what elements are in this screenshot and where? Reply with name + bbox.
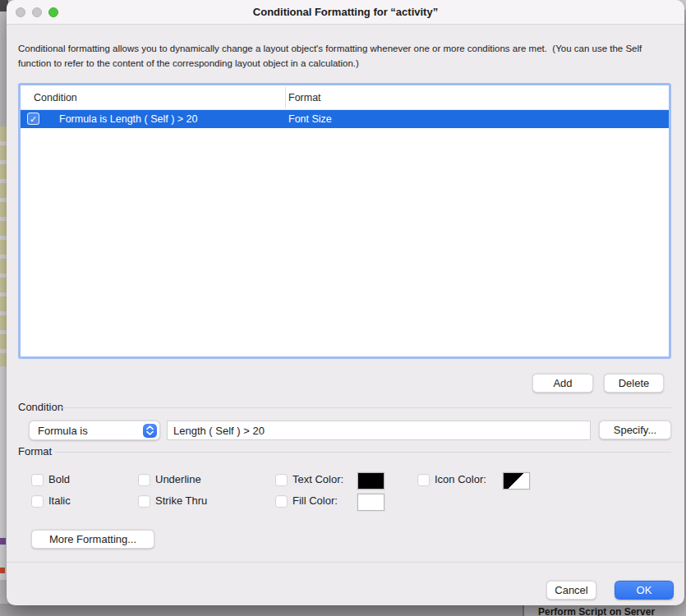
condition-operator-popup[interactable]: Formula is [29, 421, 160, 440]
conditions-table[interactable]: Condition Format ✓ Formula is Length ( S… [18, 83, 671, 359]
condition-section-label: Condition [18, 401, 63, 413]
strike-thru-checkbox[interactable] [138, 495, 150, 508]
italic-label: Italic [48, 494, 71, 507]
ok-button[interactable]: OK [615, 581, 674, 600]
format-section-label: Format [18, 445, 52, 457]
conditional-formatting-dialog: Conditional Formatting for “activity” Co… [7, 0, 684, 605]
column-header-format[interactable]: Format [288, 92, 321, 103]
popup-selected-value: Formula is [30, 425, 143, 437]
dialog-description: Conditional formatting allows you to dyn… [18, 41, 657, 71]
text-color-label: Text Color: [292, 473, 343, 485]
icon-color-checkbox[interactable] [417, 474, 430, 486]
fill-color-checkbox[interactable] [275, 495, 288, 508]
background-window-bottom-sliver: Perform Script on Server [0, 604, 686, 616]
specify-button[interactable]: Specify... [599, 421, 671, 439]
strike-thru-label: Strike Thru [155, 494, 207, 507]
formula-input[interactable] [167, 421, 591, 440]
background-script-step-label: Perform Script on Server [538, 606, 655, 616]
background-text-fragment [0, 538, 6, 545]
column-header-condition[interactable]: Condition [34, 92, 77, 103]
underline-checkbox[interactable] [138, 474, 150, 486]
background-text-fragment [0, 568, 5, 573]
row-enabled-checkbox[interactable]: ✓ [27, 113, 39, 125]
add-button[interactable]: Add [532, 374, 593, 393]
italic-checkbox[interactable] [31, 495, 44, 508]
fill-color-label: Fill Color: [292, 494, 338, 507]
background-panel-divider [523, 604, 524, 616]
delete-button[interactable]: Delete [604, 374, 664, 393]
window-title: Conditional Formatting for “activity” [7, 6, 684, 18]
text-color-checkbox[interactable] [275, 474, 288, 486]
footer-divider [7, 562, 684, 563]
table-row[interactable]: ✓ Formula is Length ( Self ) > 20 Font S… [21, 110, 669, 128]
cancel-button[interactable]: Cancel [546, 581, 596, 600]
underline-label: Underline [155, 473, 201, 485]
icon-color-label: Icon Color: [435, 473, 486, 485]
section-divider [54, 452, 671, 453]
bold-checkbox[interactable] [31, 474, 44, 486]
more-formatting-button[interactable]: More Formatting... [31, 530, 154, 549]
section-divider [61, 407, 671, 408]
icon-color-swatch[interactable] [503, 472, 530, 490]
title-bar: Conditional Formatting for “activity” [7, 0, 684, 25]
fill-color-swatch[interactable] [357, 494, 384, 511]
row-format-text: Font Size [288, 113, 332, 125]
table-header: Condition Format [21, 85, 669, 110]
bold-label: Bold [48, 473, 70, 485]
popup-chevrons-icon [143, 424, 157, 438]
column-divider[interactable] [285, 87, 286, 108]
row-condition-text: Formula is Length ( Self ) > 20 [59, 113, 197, 125]
text-color-swatch[interactable] [357, 472, 384, 490]
